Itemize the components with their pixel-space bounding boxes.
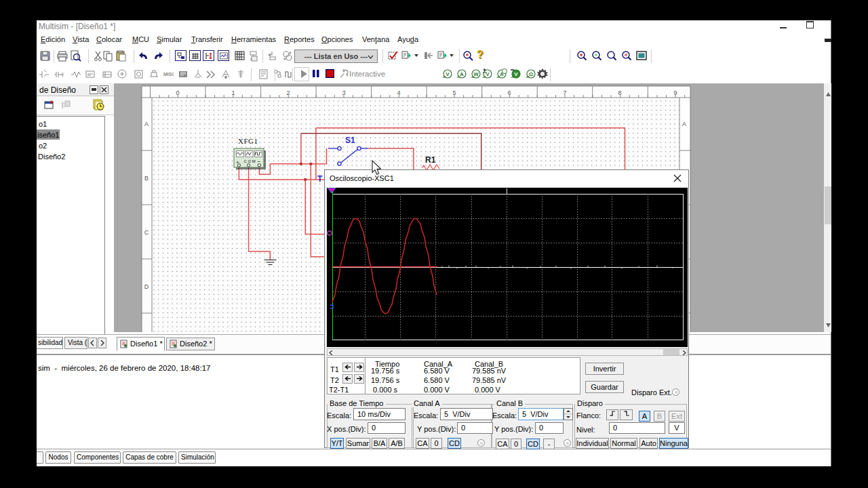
svg-text:T: T bbox=[317, 174, 323, 184]
svg-text:3: 3 bbox=[342, 89, 345, 96]
svg-text:XFG1: XFG1 bbox=[238, 137, 258, 145]
svg-text:V: V bbox=[446, 71, 450, 77]
svg-text:1: 1 bbox=[231, 89, 235, 96]
svg-text:7: 7 bbox=[563, 89, 566, 96]
svg-text:C O M: C O M bbox=[244, 159, 256, 163]
svg-text:Ω: Ω bbox=[529, 71, 534, 77]
svg-text:0: 0 bbox=[176, 89, 179, 96]
svg-text:A: A bbox=[682, 121, 686, 127]
svg-text:5: 5 bbox=[452, 89, 456, 96]
svg-text:R1: R1 bbox=[425, 155, 436, 165]
svg-text:D: D bbox=[144, 283, 149, 290]
svg-text:C: C bbox=[144, 229, 149, 236]
svg-text:4: 4 bbox=[397, 89, 400, 96]
svg-text:A: A bbox=[460, 71, 464, 77]
svg-text:V: V bbox=[514, 71, 518, 77]
svg-text:W: W bbox=[473, 71, 479, 77]
svg-text:MISC: MISC bbox=[163, 72, 174, 77]
svg-text:8: 8 bbox=[618, 89, 621, 96]
svg-text:9: 9 bbox=[673, 89, 677, 96]
svg-text:6: 6 bbox=[507, 89, 511, 96]
svg-text:V: V bbox=[486, 71, 490, 77]
svg-text:A: A bbox=[144, 121, 149, 127]
svg-text:S1: S1 bbox=[345, 136, 355, 145]
svg-text:2: 2 bbox=[286, 89, 290, 96]
svg-text:B: B bbox=[144, 175, 149, 182]
